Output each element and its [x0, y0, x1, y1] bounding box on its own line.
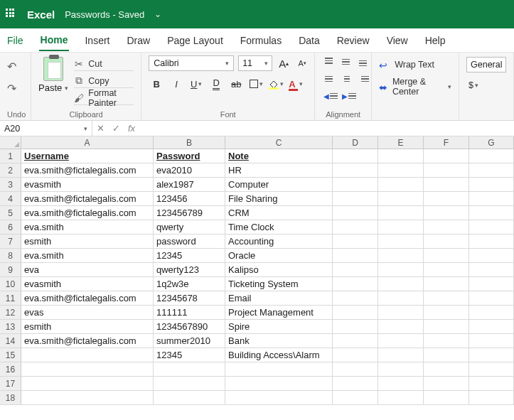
cell[interactable]	[333, 249, 378, 262]
cell[interactable]: qwerty	[154, 220, 225, 234]
cell[interactable]	[424, 249, 469, 262]
cell[interactable]	[469, 306, 514, 319]
cell[interactable]	[424, 334, 469, 348]
cell[interactable]	[378, 163, 424, 177]
cell[interactable]	[469, 320, 514, 333]
cell[interactable]	[469, 362, 514, 376]
tab-help[interactable]: Help	[424, 31, 447, 50]
cell[interactable]: Project Management	[225, 306, 333, 319]
cell[interactable]	[154, 377, 225, 390]
col-header-D[interactable]: D	[333, 136, 378, 149]
row-header[interactable]: 1	[0, 149, 21, 163]
cell[interactable]	[21, 377, 154, 390]
cell[interactable]: HR	[225, 163, 333, 177]
row-header[interactable]: 3	[0, 178, 21, 191]
row-header[interactable]: 14	[0, 334, 21, 348]
cell[interactable]: eva.smith@fictalegalis.com	[21, 291, 154, 305]
cell[interactable]	[378, 263, 424, 276]
cell[interactable]	[333, 391, 378, 404]
double-underline-button[interactable]: D	[208, 77, 224, 91]
cell[interactable]: eva.smith	[21, 249, 154, 262]
row-header[interactable]: 16	[0, 362, 21, 376]
decrease-font-button[interactable]: A▾	[295, 56, 309, 70]
cell[interactable]	[333, 178, 378, 191]
align-right-button[interactable]	[356, 72, 372, 85]
tab-data[interactable]: Data	[297, 31, 321, 50]
cell[interactable]	[333, 277, 378, 291]
cell[interactable]	[469, 263, 514, 276]
align-top-button[interactable]	[322, 55, 338, 68]
cell[interactable]: Password	[154, 149, 225, 163]
cell[interactable]: evas	[21, 306, 154, 319]
cell[interactable]: password	[154, 235, 225, 248]
cell[interactable]: 1q2w3e	[154, 277, 225, 291]
cell[interactable]: evasmith	[21, 277, 154, 291]
tab-pagelayout[interactable]: Page Layout	[166, 31, 225, 50]
cell[interactable]	[424, 263, 469, 276]
cell[interactable]	[333, 306, 378, 319]
cell[interactable]	[21, 362, 154, 376]
cell[interactable]	[424, 220, 469, 234]
cell[interactable]	[424, 192, 469, 205]
paste-button[interactable]: Paste▾	[38, 82, 68, 93]
cell[interactable]: Email	[225, 291, 333, 305]
tab-review[interactable]: Review	[336, 31, 371, 50]
cell[interactable]	[378, 249, 424, 262]
cell[interactable]	[378, 178, 424, 191]
increase-font-button[interactable]: A▴	[277, 56, 291, 70]
cell[interactable]: Computer	[225, 178, 333, 191]
chevron-down-icon[interactable]: ⌄	[154, 9, 161, 19]
cell[interactable]	[469, 178, 514, 191]
number-format-select[interactable]: General	[466, 57, 506, 72]
cell[interactable]	[469, 220, 514, 234]
cell[interactable]	[333, 149, 378, 163]
cell[interactable]	[469, 277, 514, 291]
cell[interactable]	[424, 235, 469, 248]
cell[interactable]: qwerty123	[154, 263, 225, 276]
cut-button[interactable]: ✂Cut	[74, 57, 134, 71]
cell[interactable]	[424, 306, 469, 319]
tab-insert[interactable]: Insert	[83, 31, 111, 50]
cell[interactable]: eva.smith@fictalegalis.com	[21, 334, 154, 348]
col-header-C[interactable]: C	[225, 136, 333, 149]
cell[interactable]	[333, 320, 378, 333]
cell[interactable]	[378, 348, 424, 362]
cell[interactable]	[333, 235, 378, 248]
cell[interactable]	[424, 178, 469, 191]
fx-icon[interactable]: fx	[124, 123, 139, 134]
cell[interactable]: 12345	[154, 348, 225, 362]
cell[interactable]	[424, 391, 469, 404]
wrap-text-button[interactable]: ↩Wrap Text	[379, 60, 434, 70]
decrease-indent-button[interactable]: ◀	[322, 90, 339, 102]
cell[interactable]: Bank	[225, 334, 333, 348]
cell[interactable]	[469, 391, 514, 404]
row-header[interactable]: 12	[0, 306, 21, 319]
currency-format-button[interactable]: $▾	[466, 78, 481, 92]
cell[interactable]	[378, 306, 424, 319]
cell[interactable]	[333, 206, 378, 220]
cell[interactable]	[378, 377, 424, 390]
italic-button[interactable]: I	[168, 77, 184, 91]
merge-center-button[interactable]: ⬌Merge & Center▾	[379, 77, 451, 97]
cell[interactable]	[469, 235, 514, 248]
cell[interactable]	[469, 192, 514, 205]
name-box[interactable]: A20▾	[0, 121, 92, 136]
cell[interactable]	[378, 235, 424, 248]
col-header-B[interactable]: B	[154, 136, 225, 149]
cell[interactable]	[469, 163, 514, 177]
cell[interactable]: 123456	[154, 192, 225, 205]
cell[interactable]	[424, 362, 469, 376]
row-header[interactable]: 2	[0, 163, 21, 177]
undo-button[interactable]: ↶	[7, 60, 16, 73]
cell[interactable]	[378, 277, 424, 291]
tab-file[interactable]: File	[6, 31, 25, 50]
cell[interactable]: 12345	[154, 249, 225, 262]
row-header[interactable]: 13	[0, 320, 21, 333]
cell[interactable]	[225, 362, 333, 376]
cell[interactable]: 1234567890	[154, 320, 225, 333]
border-button[interactable]: ▾	[248, 77, 264, 91]
cell[interactable]	[378, 391, 424, 404]
cell[interactable]: Note	[225, 149, 333, 163]
redo-button[interactable]: ↷	[7, 82, 16, 95]
cell[interactable]	[424, 291, 469, 305]
